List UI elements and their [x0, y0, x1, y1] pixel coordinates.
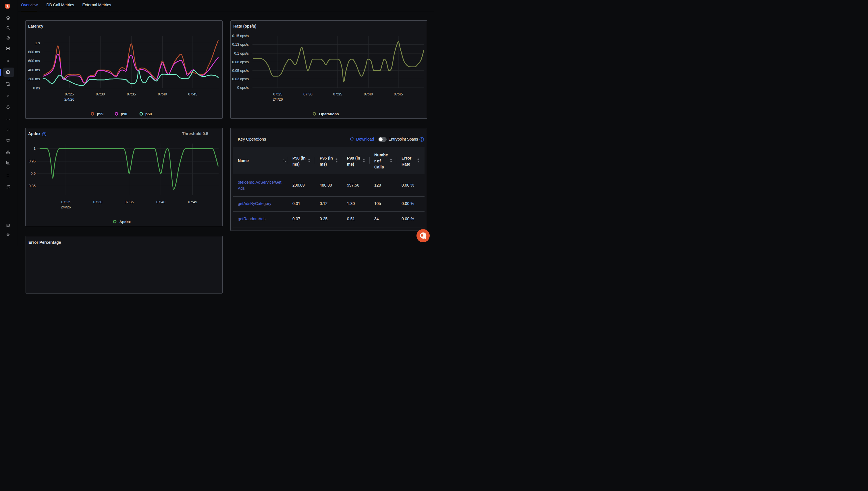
svg-text:800 ms: 800 ms	[28, 50, 40, 54]
svg-text:0.1 ops/s: 0.1 ops/s	[234, 52, 249, 56]
svg-text:07:25: 07:25	[273, 92, 282, 96]
svg-text:p99: p99	[97, 112, 103, 116]
svg-text:07:30: 07:30	[93, 200, 102, 204]
svg-text:07:45: 07:45	[188, 92, 197, 96]
svg-text:600 ms: 600 ms	[28, 59, 40, 63]
svg-text:07:35: 07:35	[127, 92, 135, 96]
svg-text:p90: p90	[121, 112, 127, 116]
svg-text:0.15 ops/s: 0.15 ops/s	[232, 34, 249, 38]
svg-text:07:35: 07:35	[333, 92, 342, 96]
svg-text:07:25: 07:25	[65, 92, 73, 96]
svg-text:Apdex: Apdex	[119, 220, 131, 224]
svg-text:07:30: 07:30	[96, 92, 104, 96]
svg-text:0.13 ops/s: 0.13 ops/s	[232, 42, 249, 47]
svg-text:07:40: 07:40	[156, 200, 165, 204]
svg-text:200 ms: 200 ms	[28, 77, 40, 81]
svg-text:07:45: 07:45	[394, 92, 403, 96]
svg-text:0.85: 0.85	[28, 184, 35, 188]
svg-text:07:35: 07:35	[124, 200, 133, 204]
svg-text:2/4/26: 2/4/26	[61, 205, 71, 209]
svg-text:0.08 ops/s: 0.08 ops/s	[232, 60, 249, 64]
svg-text:Operations: Operations	[319, 112, 339, 116]
svg-text:07:25: 07:25	[61, 200, 70, 204]
svg-text:07:40: 07:40	[158, 92, 166, 96]
svg-text:1 s: 1 s	[35, 41, 40, 45]
svg-text:07:40: 07:40	[364, 92, 373, 96]
svg-text:0 ns: 0 ns	[33, 86, 40, 90]
svg-text:07:30: 07:30	[303, 92, 312, 96]
svg-text:2/4/26: 2/4/26	[273, 97, 283, 102]
svg-text:0.05 ops/s: 0.05 ops/s	[232, 69, 249, 73]
svg-text:07:45: 07:45	[188, 200, 197, 204]
svg-text:0.03 ops/s: 0.03 ops/s	[232, 77, 249, 81]
svg-text:0.95: 0.95	[28, 159, 35, 163]
svg-text:0.9: 0.9	[30, 172, 35, 176]
svg-text:1: 1	[34, 147, 36, 151]
svg-text:p50: p50	[145, 112, 152, 116]
svg-text:400 ms: 400 ms	[28, 68, 40, 72]
svg-text:2/4/26: 2/4/26	[64, 97, 74, 102]
svg-text:0 ops/s: 0 ops/s	[237, 86, 249, 90]
